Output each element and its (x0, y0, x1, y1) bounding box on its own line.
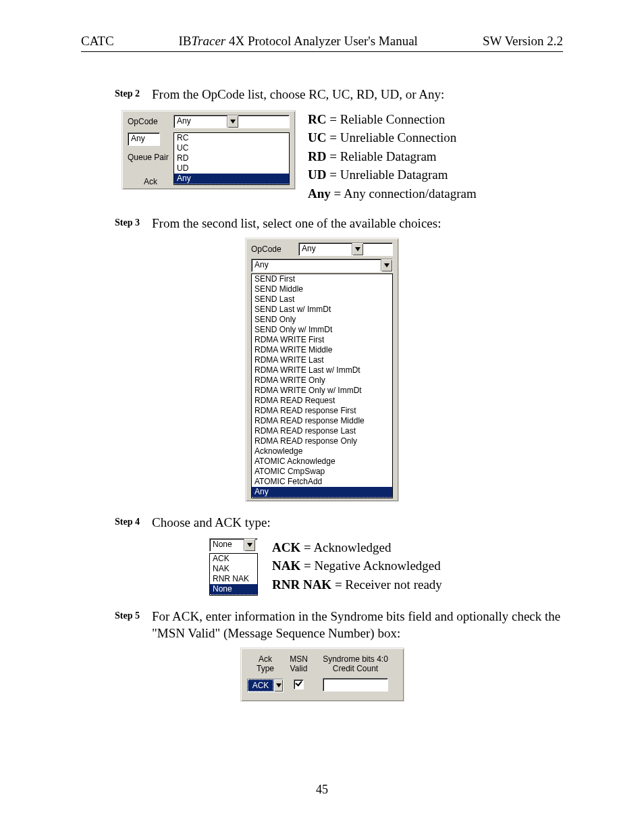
list-item[interactable]: SEND Middle (252, 284, 392, 294)
second-dropdown[interactable]: Any (128, 132, 160, 146)
opcode-dropdown[interactable]: Any (173, 115, 290, 128)
header-mid: IBTracer 4X Protocol Analyzer User's Man… (179, 34, 418, 49)
list-item[interactable]: RC (174, 133, 289, 143)
col-syndrome-label: Syndrome bits 4:0Credit Count (314, 654, 398, 673)
step5-text: For ACK, enter information in the Syndro… (152, 608, 563, 642)
list-item[interactable]: SEND First (252, 274, 392, 284)
list-item[interactable]: UC (174, 143, 289, 153)
list-item[interactable]: RDMA READ response Only (252, 436, 392, 446)
list-item[interactable]: RDMA WRITE Middle (252, 345, 392, 355)
list-item[interactable]: RDMA WRITE Only w/ ImmDt (252, 386, 392, 396)
second-option-list[interactable]: SEND First SEND Middle SEND Last SEND La… (251, 273, 393, 498)
header-left: CATC (81, 34, 114, 49)
opcode-dropdown[interactable]: Any (298, 242, 393, 256)
opcode-option-list[interactable]: RC UC RD UD Any (173, 132, 290, 185)
list-item[interactable]: NAK (210, 564, 257, 574)
page-number: 45 (81, 783, 563, 797)
header-right: SW Version 2.2 (483, 34, 563, 49)
step2-label: Step 2 (115, 86, 152, 99)
list-item[interactable]: SEND Last (252, 294, 392, 305)
chevron-down-icon (227, 115, 238, 128)
opcode-label: OpCode (251, 244, 298, 254)
list-item[interactable]: SEND Last w/ ImmDt (252, 305, 392, 315)
opcode-label: OpCode (128, 117, 173, 126)
list-item[interactable]: ACK (210, 554, 257, 564)
col-acktype-label: AckType (247, 654, 284, 673)
queuepair-label: Queue Pair (128, 153, 173, 162)
step3-text: From the second list, select one of the … (152, 215, 563, 232)
list-item[interactable]: RDMA WRITE First (252, 335, 392, 345)
opcode-panel: OpCode Any Any Queue Pair Ack RC UC (122, 110, 296, 190)
opcode-dropdown-value: Any (174, 115, 227, 128)
ack-syndrome-panel: AckType MSNValid Syndrome bits 4:0Credit… (240, 648, 404, 702)
list-item[interactable]: RNR NAK (210, 574, 257, 584)
acktype-dropdown-value: None (210, 539, 244, 551)
list-item[interactable]: RDMA WRITE Last (252, 355, 392, 365)
acktype-definitions: ACK = Acknowledged NAK = Negative Acknow… (272, 538, 442, 594)
list-item[interactable]: ATOMIC CmpSwap (252, 467, 392, 477)
acktype-dropdown[interactable]: None (209, 538, 258, 552)
list-item[interactable]: RDMA READ Request (252, 396, 392, 406)
list-item[interactable]: RDMA READ response First (252, 406, 392, 416)
acktype-select[interactable]: ACK (247, 679, 284, 692)
list-item[interactable]: SEND Only w/ ImmDt (252, 325, 392, 335)
chevron-down-icon (352, 243, 363, 255)
chevron-down-icon (244, 539, 255, 551)
second-dropdown-value: Any (252, 259, 381, 271)
list-item[interactable]: None (210, 584, 257, 595)
step2-text: From the OpCode list, choose RC, UC, RD,… (152, 86, 563, 103)
step4-text: Choose and ACK type: (152, 514, 563, 531)
list-item[interactable]: ATOMIC Acknowledge (252, 457, 392, 467)
list-item[interactable]: RDMA READ response Last (252, 426, 392, 436)
opcode-definitions: RC = Reliable Connection UC = Unreliable… (308, 110, 477, 203)
list-item[interactable]: RDMA WRITE Only (252, 375, 392, 386)
syndrome-input[interactable] (323, 678, 388, 692)
list-item[interactable]: Any (252, 487, 392, 498)
list-item[interactable]: Acknowledge (252, 446, 392, 457)
header-rule (81, 51, 563, 52)
ack-label: Ack (128, 177, 173, 186)
second-dropdown-value: Any (128, 133, 159, 145)
list-item[interactable]: ATOMIC FetchAdd (252, 477, 392, 487)
msn-valid-checkbox[interactable] (294, 679, 304, 689)
list-item[interactable]: Any (174, 174, 289, 184)
list-item[interactable]: UD (174, 163, 289, 174)
step4-label: Step 4 (115, 514, 152, 527)
list-item[interactable]: RD (174, 153, 289, 163)
opcode-second-panel: OpCode Any Any SEND First SEND Middle SE… (245, 238, 399, 502)
list-item[interactable]: RDMA READ response Middle (252, 416, 392, 426)
chevron-down-icon (273, 679, 283, 692)
col-msnvalid-label: MSNValid (286, 654, 313, 673)
opcode-dropdown-value: Any (299, 243, 352, 255)
step3-label: Step 3 (115, 215, 152, 228)
acktype-option-list[interactable]: ACK NAK RNR NAK None (209, 553, 258, 596)
chevron-down-icon (381, 259, 392, 271)
acktype-panel: None ACK NAK RNR NAK None (209, 538, 260, 596)
step5-label: Step 5 (115, 608, 152, 621)
acktype-select-value: ACK (248, 679, 273, 692)
second-dropdown[interactable]: Any (251, 259, 393, 272)
list-item[interactable]: SEND Only (252, 315, 392, 325)
list-item[interactable]: RDMA WRITE Last w/ ImmDt (252, 365, 392, 375)
